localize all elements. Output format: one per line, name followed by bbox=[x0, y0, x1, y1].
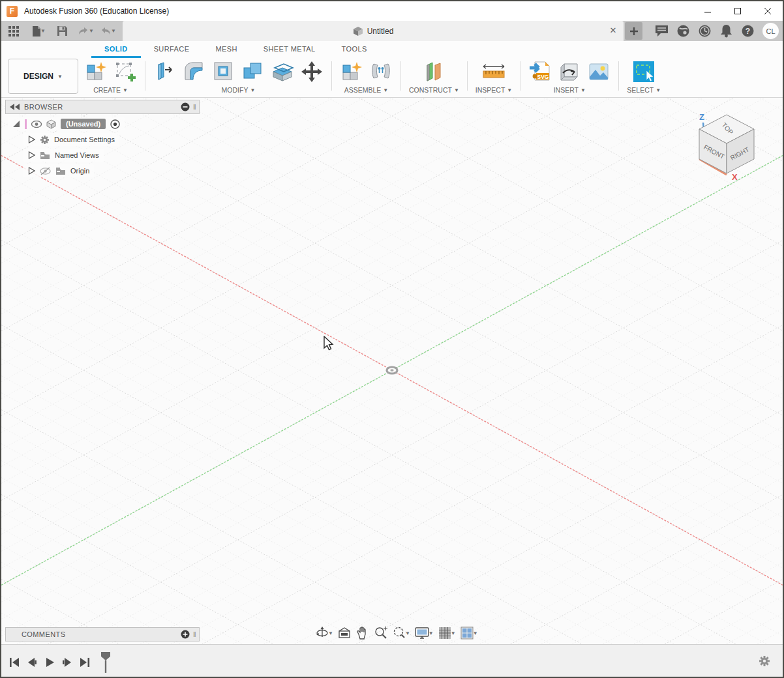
component-color-bar bbox=[25, 119, 27, 129]
grid-snap-button[interactable]: ▼ bbox=[438, 626, 456, 640]
panel-grip[interactable]: ‖ bbox=[193, 103, 196, 111]
root-document-name[interactable]: (Unsaved) bbox=[61, 119, 106, 129]
insert-dropdown[interactable]: INSERT▼ bbox=[554, 86, 586, 94]
file-menu-button[interactable]: ▼ bbox=[30, 23, 47, 39]
browser-root-row[interactable]: (Unsaved) bbox=[8, 117, 125, 130]
collapsed-triangle-icon[interactable] bbox=[28, 136, 35, 143]
tab-close-button[interactable]: ✕ bbox=[608, 25, 618, 36]
combine-icon[interactable] bbox=[241, 60, 265, 83]
plus-icon bbox=[629, 27, 639, 36]
group-construct: CONSTRUCT▼ bbox=[403, 58, 465, 96]
z-axis-label: Z bbox=[699, 112, 704, 122]
modify-dropdown[interactable]: MODIFY▼ bbox=[222, 86, 256, 94]
collapsed-triangle-icon[interactable] bbox=[28, 167, 35, 175]
svg-text:?: ? bbox=[746, 27, 750, 36]
new-component-icon[interactable] bbox=[84, 60, 108, 83]
tab-solid[interactable]: SOLID bbox=[91, 41, 141, 58]
tab-tools[interactable]: TOOLS bbox=[329, 41, 380, 58]
browser-item-origin[interactable]: Origin bbox=[23, 164, 94, 177]
visibility-eye-icon[interactable] bbox=[31, 121, 42, 128]
browser-panel-header[interactable]: BROWSER ‖ bbox=[5, 100, 200, 114]
insert-mesh-icon[interactable] bbox=[558, 60, 581, 83]
job-status-button[interactable] bbox=[698, 25, 711, 38]
hidden-eye-icon[interactable] bbox=[40, 167, 51, 175]
app-grid-button[interactable] bbox=[5, 23, 22, 39]
minimize-button[interactable] bbox=[693, 1, 723, 21]
select-dropdown[interactable]: SELECT▼ bbox=[627, 86, 661, 94]
comments-panel-header[interactable]: COMMENTS ‖ bbox=[5, 627, 200, 641]
gear-icon bbox=[40, 135, 50, 145]
move-copy-icon[interactable] bbox=[300, 60, 324, 83]
navigation-toolbar: ▼ bbox=[315, 626, 478, 640]
canvas-image-icon[interactable] bbox=[587, 60, 611, 83]
timeline-marker[interactable] bbox=[100, 651, 112, 674]
shell-icon[interactable] bbox=[212, 60, 235, 83]
tab-mesh[interactable]: MESH bbox=[202, 41, 250, 58]
timeline-play-button[interactable] bbox=[43, 656, 56, 669]
collapse-panel-icon[interactable] bbox=[10, 104, 20, 110]
help-button[interactable]: ? bbox=[741, 25, 754, 38]
browser-item-document-settings[interactable]: Document Settings bbox=[23, 133, 119, 146]
construct-plane-icon[interactable] bbox=[422, 60, 445, 83]
select-icon[interactable] bbox=[632, 60, 656, 83]
fillet-icon[interactable] bbox=[183, 60, 206, 83]
look-at-icon bbox=[337, 626, 352, 640]
fit-button[interactable]: ▼ bbox=[392, 626, 410, 640]
timeline-go-to-start-button[interactable] bbox=[8, 656, 21, 669]
timeline-step-forward-button[interactable] bbox=[61, 656, 74, 669]
redo-button[interactable]: ▼ bbox=[99, 23, 116, 39]
measure-icon[interactable] bbox=[481, 60, 507, 83]
look-at-button[interactable] bbox=[337, 626, 352, 640]
caret-down-icon: ▼ bbox=[580, 87, 586, 93]
tab-surface[interactable]: SURFACE bbox=[141, 41, 203, 58]
offset-face-icon[interactable] bbox=[271, 60, 294, 83]
caret-down-icon: ▼ bbox=[250, 87, 255, 93]
orbit-button[interactable]: ▼ bbox=[315, 626, 333, 640]
ribbon-toolbar: DESIGN ▼ bbox=[1, 58, 783, 96]
browser-item-named-views[interactable]: Named Views bbox=[23, 149, 104, 162]
undo-button[interactable]: ▼ bbox=[77, 23, 94, 39]
timeline-settings-gear-button[interactable] bbox=[758, 655, 771, 668]
zoom-button[interactable] bbox=[374, 626, 388, 640]
comment-icon bbox=[655, 25, 668, 37]
insert-svg-icon[interactable]: SVG bbox=[528, 60, 552, 83]
activate-component-radio-icon[interactable] bbox=[110, 119, 120, 129]
new-tab-button[interactable] bbox=[625, 22, 642, 40]
timeline-step-back-button[interactable] bbox=[25, 656, 38, 669]
press-pull-icon[interactable] bbox=[153, 60, 177, 83]
expand-triangle-icon[interactable] bbox=[12, 120, 20, 128]
comments-feedback-button[interactable] bbox=[655, 25, 668, 38]
orbit-icon bbox=[315, 626, 329, 640]
panel-plus-icon[interactable] bbox=[181, 630, 190, 639]
view-cube[interactable]: TOP FRONT RIGHT Z X bbox=[680, 106, 777, 190]
clock-icon bbox=[698, 24, 711, 38]
pan-button[interactable] bbox=[355, 626, 370, 640]
display-settings-button[interactable]: ▼ bbox=[414, 626, 434, 640]
workspace-switcher[interactable]: DESIGN ▼ bbox=[8, 59, 78, 94]
extensions-globe-button[interactable] bbox=[676, 25, 689, 38]
inspect-dropdown[interactable]: INSPECT▼ bbox=[475, 86, 512, 94]
create-dropdown[interactable]: CREATE▼ bbox=[93, 86, 128, 94]
viewport-canvas[interactable]: TOP FRONT RIGHT Z X BROWSER ‖ bbox=[1, 98, 783, 645]
notifications-button[interactable] bbox=[719, 25, 732, 38]
maximize-button[interactable] bbox=[723, 1, 753, 21]
panel-grip[interactable]: ‖ bbox=[193, 630, 196, 638]
save-button[interactable] bbox=[53, 23, 70, 39]
maximize-icon bbox=[734, 7, 742, 15]
window-controls bbox=[693, 1, 783, 21]
create-sketch-icon[interactable] bbox=[113, 60, 137, 83]
timeline-go-to-end-button[interactable] bbox=[78, 656, 91, 669]
document-tab[interactable]: Untitled ✕ bbox=[123, 21, 624, 41]
toolbar-separator bbox=[145, 61, 145, 91]
panel-minus-icon[interactable] bbox=[181, 102, 190, 111]
viewports-button[interactable]: ▼ bbox=[460, 626, 478, 640]
tab-sheet-metal[interactable]: SHEET METAL bbox=[250, 41, 329, 58]
assemble-component-icon[interactable] bbox=[340, 60, 363, 83]
joint-icon[interactable] bbox=[369, 60, 393, 83]
user-avatar[interactable]: CL bbox=[762, 23, 779, 39]
close-button[interactable] bbox=[753, 1, 783, 21]
collapsed-triangle-icon[interactable] bbox=[28, 151, 35, 159]
caret-down-icon: ▼ bbox=[89, 28, 94, 34]
assemble-dropdown[interactable]: ASSEMBLE▼ bbox=[344, 86, 389, 94]
construct-dropdown[interactable]: CONSTRUCT▼ bbox=[409, 86, 459, 94]
